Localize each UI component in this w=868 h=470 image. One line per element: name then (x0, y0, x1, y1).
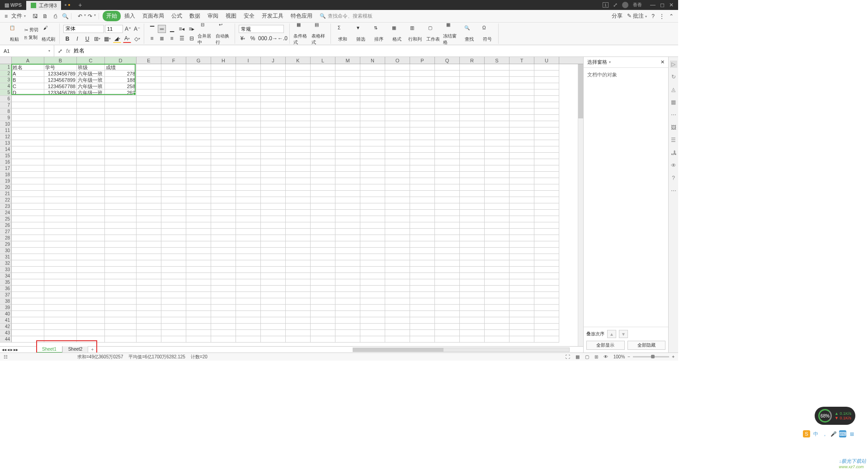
cell[interactable] (105, 254, 137, 260)
cell[interactable] (460, 134, 485, 140)
refresh-icon[interactable]: ↻ (670, 73, 677, 80)
row-header[interactable]: 42 (0, 324, 12, 330)
cell[interactable] (12, 222, 44, 229)
row-header[interactable]: 37 (0, 292, 12, 298)
cell[interactable] (360, 197, 385, 203)
cell[interactable] (435, 191, 460, 197)
cell[interactable] (485, 83, 509, 89)
cell[interactable] (44, 324, 77, 330)
fx-icon[interactable]: fx (66, 48, 70, 54)
cell[interactable] (44, 267, 77, 273)
cell[interactable] (77, 279, 105, 286)
cell[interactable] (12, 203, 44, 210)
row-header[interactable]: 43 (0, 330, 12, 336)
cell[interactable] (460, 140, 485, 146)
cell[interactable] (77, 235, 105, 241)
cell[interactable] (236, 248, 261, 254)
cell[interactable] (261, 279, 286, 286)
cell[interactable] (161, 279, 186, 286)
cell[interactable] (311, 121, 335, 127)
cell[interactable] (311, 324, 335, 330)
cell[interactable] (77, 330, 105, 336)
cell[interactable] (335, 317, 360, 324)
cell[interactable] (385, 235, 410, 241)
cell[interactable] (186, 292, 211, 298)
cell[interactable] (44, 298, 77, 305)
cell[interactable] (385, 298, 410, 305)
cell[interactable] (286, 96, 311, 102)
cell[interactable] (286, 279, 311, 286)
cell[interactable] (77, 178, 105, 184)
cell[interactable] (186, 134, 211, 140)
cell[interactable] (410, 273, 435, 279)
cell[interactable] (105, 140, 137, 146)
cell[interactable] (311, 89, 335, 96)
row-header[interactable]: 44 (0, 336, 12, 343)
cell[interactable] (534, 273, 559, 279)
row-header[interactable]: 26 (0, 222, 12, 229)
cell[interactable] (12, 273, 44, 279)
cell[interactable] (186, 216, 211, 222)
row-header[interactable]: 5 (0, 89, 12, 96)
cell[interactable] (186, 222, 211, 229)
cell[interactable] (211, 178, 236, 184)
cell[interactable] (44, 330, 77, 336)
cell[interactable] (137, 336, 161, 343)
menu-tab-安全[interactable]: 安全 (240, 11, 258, 21)
app-menu-icon[interactable]: ☷ (4, 354, 8, 359)
row-header[interactable]: 15 (0, 153, 12, 159)
cell[interactable] (286, 229, 311, 235)
cell[interactable] (211, 203, 236, 210)
cell[interactable] (485, 153, 509, 159)
cell[interactable] (211, 216, 236, 222)
cell[interactable] (186, 197, 211, 203)
cell[interactable] (12, 260, 44, 267)
cell[interactable] (261, 197, 286, 203)
cell[interactable] (460, 241, 485, 248)
cell[interactable] (460, 210, 485, 216)
column-header[interactable]: N (360, 57, 385, 64)
cell[interactable] (286, 121, 311, 127)
cell[interactable] (12, 336, 44, 343)
cell[interactable] (534, 298, 559, 305)
row-header[interactable]: 33 (0, 267, 12, 273)
row-header[interactable]: 4 (0, 83, 12, 89)
cell[interactable] (335, 260, 360, 267)
cell[interactable] (385, 178, 410, 184)
cell[interactable] (105, 146, 137, 153)
cell[interactable] (410, 140, 435, 146)
cell[interactable] (410, 292, 435, 298)
align-left-button[interactable]: ≡ (148, 34, 156, 42)
row-header[interactable]: 12 (0, 134, 12, 140)
cell[interactable] (435, 127, 460, 134)
cell[interactable] (77, 108, 105, 115)
cell[interactable] (261, 286, 286, 292)
row-header[interactable]: 9 (0, 115, 12, 121)
maximize-icon[interactable]: ◻ (660, 2, 665, 8)
cell[interactable] (77, 153, 105, 159)
cell[interactable] (105, 184, 137, 191)
cell[interactable] (485, 229, 509, 235)
cell[interactable] (12, 134, 44, 140)
cell[interactable] (360, 184, 385, 191)
cell[interactable] (335, 298, 360, 305)
cell[interactable] (311, 298, 335, 305)
cell[interactable] (161, 172, 186, 178)
decrease-decimal-button[interactable]: ←.0 (278, 34, 287, 42)
cell[interactable] (211, 286, 236, 292)
cell[interactable] (105, 286, 137, 292)
row-header[interactable]: 36 (0, 286, 12, 292)
cell[interactable] (77, 248, 105, 254)
cell[interactable] (410, 121, 435, 127)
cell[interactable] (311, 279, 335, 286)
cell[interactable] (534, 222, 559, 229)
undo-icon[interactable]: ↶ (78, 13, 82, 19)
increase-decimal-button[interactable]: .0→ (269, 34, 277, 42)
theme-icon[interactable]: ◬ (670, 86, 677, 93)
cell[interactable] (211, 191, 236, 197)
cell[interactable] (460, 115, 485, 121)
cell[interactable] (286, 222, 311, 229)
menu-tab-数据[interactable]: 数据 (186, 11, 204, 21)
cell[interactable] (360, 336, 385, 343)
cell[interactable] (311, 273, 335, 279)
